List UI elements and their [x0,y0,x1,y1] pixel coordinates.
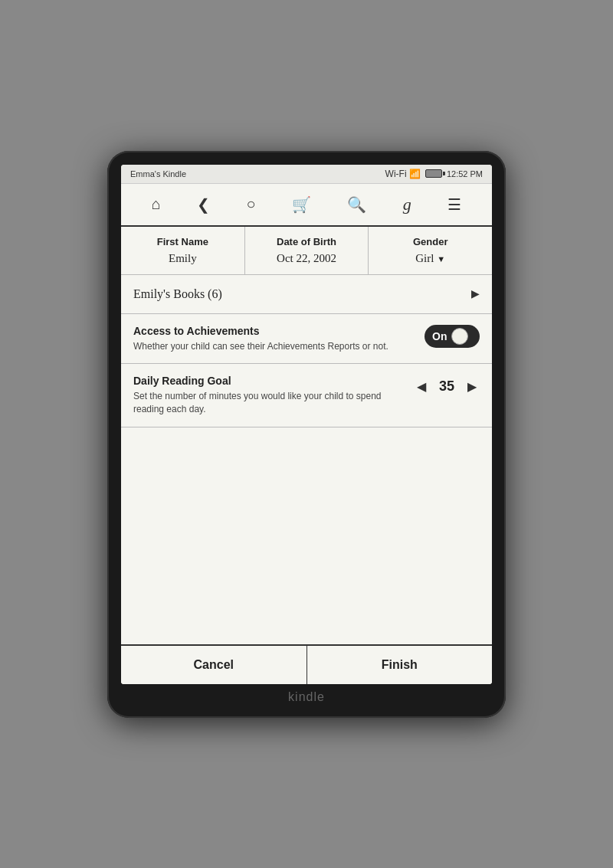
wifi-icon: Wi-Fi 📶 [385,169,421,179]
first-name-cell: First Name Emily [121,227,245,274]
achievements-toggle[interactable]: On [425,325,480,348]
gender-value: Girl ▼ [376,252,484,265]
status-right: Wi-Fi 📶 12:52 PM [385,169,483,179]
books-title: Emily's Books (6) [133,287,222,301]
screen: Emma's Kindle Wi-Fi 📶 12:52 PM ⌂ ❮ ○ 🛒 🔍… [121,165,492,684]
achievements-left: Access to Achievements Whether your chil… [133,325,415,353]
kindle-device: Emma's Kindle Wi-Fi 📶 12:52 PM ⌂ ❮ ○ 🛒 🔍… [107,151,506,718]
cancel-button[interactable]: Cancel [121,646,307,684]
first-name-label: First Name [129,236,237,247]
achievements-title: Access to Achievements [133,325,415,337]
books-row[interactable]: Emily's Books (6) ▶ [121,275,492,314]
dob-value: Oct 22, 2002 [253,252,361,265]
goodreads-icon[interactable]: g [398,192,416,218]
content-spacer [121,427,492,644]
gender-label: Gender [376,236,484,247]
toggle-knob [451,328,468,345]
home-icon[interactable]: ⌂ [147,192,166,216]
books-chevron-icon: ▶ [471,287,480,300]
time: 12:52 PM [447,169,483,179]
back-icon[interactable]: ❮ [192,192,215,217]
content-area: First Name Emily Date of Birth Oct 22, 2… [121,227,492,684]
decrement-button[interactable]: ◀ [414,378,429,395]
dob-cell: Date of Birth Oct 22, 2002 [245,227,369,274]
status-bar: Emma's Kindle Wi-Fi 📶 12:52 PM [121,165,492,184]
goal-left: Daily Reading Goal Set the number of min… [133,375,405,416]
cart-icon[interactable]: 🛒 [287,192,316,217]
first-name-value: Emily [129,252,237,265]
toggle-label: On [432,330,447,342]
reading-goal-row: Daily Reading Goal Set the number of min… [121,364,492,427]
achievements-description: Whether your child can see their Achieve… [133,340,415,353]
goal-description: Set the number of minutes you would like… [133,390,405,416]
goal-value: 35 [435,378,458,395]
kindle-branding: kindle [288,690,325,704]
goal-stepper: ◀ 35 ▶ [414,378,480,395]
device-name: Emma's Kindle [130,169,186,179]
search-icon[interactable]: 🔍 [343,192,371,217]
nav-bar: ⌂ ❮ ○ 🛒 🔍 g ☰ [121,184,492,227]
increment-button[interactable]: ▶ [464,378,480,395]
goal-top: Daily Reading Goal Set the number of min… [133,375,480,416]
gender-cell[interactable]: Gender Girl ▼ [369,227,492,274]
profile-table: First Name Emily Date of Birth Oct 22, 2… [121,227,492,275]
achievements-row: Access to Achievements Whether your chil… [121,314,492,365]
battery-icon [425,169,442,178]
finish-button[interactable]: Finish [307,646,493,684]
dob-label: Date of Birth [253,236,361,247]
goal-title: Daily Reading Goal [133,375,405,387]
achievements-top: Access to Achievements Whether your chil… [133,325,480,353]
bottom-bar: Cancel Finish [121,644,492,684]
menu-icon[interactable]: ☰ [443,192,466,217]
light-icon[interactable]: ○ [242,192,261,216]
gender-dropdown-arrow: ▼ [437,254,445,264]
